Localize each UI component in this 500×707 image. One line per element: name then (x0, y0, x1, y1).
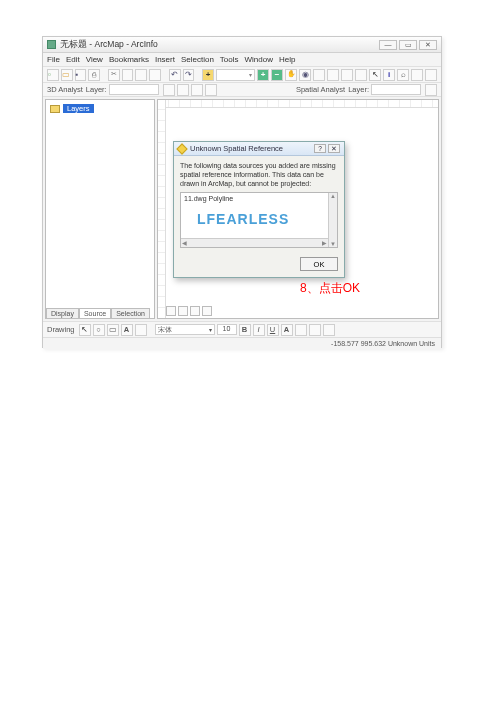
menu-bookmarks[interactable]: Bookmarks (109, 55, 149, 64)
vertical-scrollbar[interactable] (328, 193, 337, 247)
draw-rect-icon[interactable] (107, 324, 119, 336)
find-icon[interactable] (397, 69, 409, 81)
tab-display[interactable]: Display (46, 308, 79, 318)
tab-selection[interactable]: Selection (111, 308, 150, 318)
dialog-listbox[interactable]: 11.dwg Polyline LFEARLESS (180, 192, 338, 248)
menubar: File Edit View Bookmarks Insert Selectio… (43, 53, 441, 67)
drawing-label[interactable]: Drawing (47, 325, 75, 334)
minimize-button[interactable]: — (379, 40, 397, 50)
draw-text-icon[interactable] (121, 324, 133, 336)
hyperlink-icon[interactable] (425, 69, 437, 81)
titlebar: 无标题 - ArcMap - ArcInfo — ▭ ✕ (43, 37, 441, 53)
font-name-dropdown[interactable]: 宋体 ▾ (155, 324, 215, 335)
list-item[interactable]: 11.dwg Polyline (184, 195, 334, 202)
zoom-in-icon[interactable] (257, 69, 269, 81)
new-icon[interactable] (47, 69, 59, 81)
3d-layer-dropdown[interactable] (109, 84, 159, 95)
redo-icon[interactable] (183, 69, 195, 81)
dialog-close-button[interactable]: ✕ (328, 144, 340, 153)
delete-icon[interactable] (149, 69, 161, 81)
layers-label: Layers (63, 104, 94, 113)
menu-edit[interactable]: Edit (66, 55, 80, 64)
menu-insert[interactable]: Insert (155, 55, 175, 64)
zoom-out-icon[interactable] (271, 69, 283, 81)
dialog-title: Unknown Spatial Reference (190, 144, 283, 153)
fixed-zoom-out-icon[interactable] (327, 69, 339, 81)
3d-tool2-icon[interactable] (177, 84, 189, 96)
add-data-icon[interactable] (202, 69, 214, 81)
save-icon[interactable] (75, 69, 87, 81)
toc-root-layer[interactable]: Layers (50, 104, 150, 113)
draw-select-icon[interactable] (79, 324, 91, 336)
3d-tool3-icon[interactable] (191, 84, 203, 96)
dialog-body: The following data sources you added are… (174, 156, 344, 253)
draw-edit-icon[interactable] (135, 324, 147, 336)
3d-layer-label: Layer: (86, 85, 107, 94)
unknown-spatial-reference-dialog: Unknown Spatial Reference ? ✕ The follow… (173, 141, 345, 278)
fill-color-icon[interactable] (295, 324, 307, 336)
menu-selection[interactable]: Selection (181, 55, 214, 64)
ruler-horizontal (158, 100, 438, 108)
3d-tool-icon[interactable] (163, 84, 175, 96)
menu-tools[interactable]: Tools (220, 55, 239, 64)
close-button[interactable]: ✕ (419, 40, 437, 50)
full-extent-icon[interactable] (299, 69, 311, 81)
copy-icon[interactable] (122, 69, 134, 81)
ruler-vertical (158, 100, 166, 318)
chevron-down-icon: ▾ (209, 326, 212, 333)
scale-dropdown[interactable]: ▾ (216, 69, 255, 81)
pan-icon[interactable] (285, 69, 297, 81)
3d-analyst-label[interactable]: 3D Analyst (47, 85, 83, 94)
identify-icon[interactable] (383, 69, 395, 81)
cut-icon[interactable] (108, 69, 120, 81)
spatial-analyst-label[interactable]: Spatial Analyst (296, 85, 345, 94)
ok-button[interactable]: OK (300, 257, 338, 271)
font-name-value: 宋体 (158, 325, 172, 335)
undo-icon[interactable] (169, 69, 181, 81)
bold-icon[interactable] (239, 324, 251, 336)
next-extent-icon[interactable] (355, 69, 367, 81)
font-size-dropdown[interactable]: 10 (217, 324, 237, 335)
italic-icon[interactable] (253, 324, 265, 336)
horizontal-scrollbar[interactable] (181, 238, 328, 247)
paste-icon[interactable] (135, 69, 147, 81)
dialog-message: The following data sources you added are… (180, 161, 338, 188)
pause-button[interactable] (202, 306, 212, 316)
dialog-titlebar: Unknown Spatial Reference ? ✕ (174, 142, 344, 156)
menu-file[interactable]: File (47, 55, 60, 64)
line-color-icon[interactable] (309, 324, 321, 336)
menu-help[interactable]: Help (279, 55, 295, 64)
print-icon[interactable] (88, 69, 100, 81)
sa-tool-icon[interactable] (425, 84, 437, 96)
drawing-toolbar: Drawing 宋体 ▾ 10 (43, 321, 441, 337)
marker-color-icon[interactable] (323, 324, 335, 336)
data-view-button[interactable] (166, 306, 176, 316)
arcmap-window: 无标题 - ArcMap - ArcInfo — ▭ ✕ File Edit V… (42, 36, 442, 348)
status-bar: -158.577 995.632 Unknown Units (43, 337, 441, 349)
tab-source[interactable]: Source (79, 308, 111, 318)
window-buttons: — ▭ ✕ (379, 40, 437, 50)
app-icon (47, 40, 56, 49)
maximize-button[interactable]: ▭ (399, 40, 417, 50)
warning-icon (176, 143, 187, 154)
layout-view-button[interactable] (178, 306, 188, 316)
sa-layer-dropdown[interactable] (371, 84, 421, 95)
chevron-down-icon: ▾ (249, 71, 252, 78)
menu-view[interactable]: View (86, 55, 103, 64)
open-icon[interactable] (61, 69, 73, 81)
layers-folder-icon (50, 105, 60, 113)
3d-tool4-icon[interactable] (205, 84, 217, 96)
underline-icon[interactable] (267, 324, 279, 336)
measure-icon[interactable] (411, 69, 423, 81)
instruction-annotation: 8、点击OK (300, 280, 360, 297)
coordinates-readout: -158.577 995.632 Unknown Units (331, 340, 435, 347)
font-color-icon[interactable] (281, 324, 293, 336)
table-of-contents: Layers Display Source Selection (45, 99, 155, 319)
dialog-help-button[interactable]: ? (314, 144, 326, 153)
prev-extent-icon[interactable] (341, 69, 353, 81)
select-elements-icon[interactable] (369, 69, 381, 81)
refresh-button[interactable] (190, 306, 200, 316)
menu-window[interactable]: Window (245, 55, 273, 64)
fixed-zoom-in-icon[interactable] (313, 69, 325, 81)
draw-rotate-icon[interactable] (93, 324, 105, 336)
